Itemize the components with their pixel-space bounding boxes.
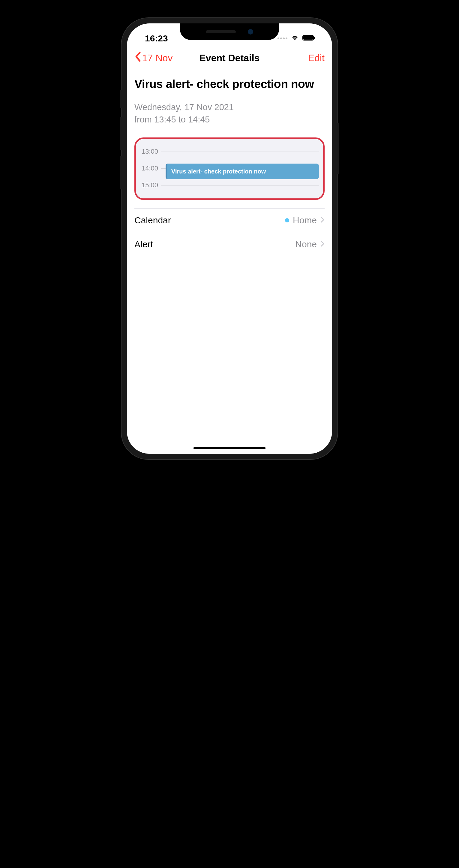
screen: 16:23 17 No: [127, 23, 332, 454]
svg-rect-1: [303, 36, 313, 40]
svg-rect-2: [314, 37, 315, 39]
content: Virus alert- check protection now Wednes…: [127, 78, 332, 256]
edit-button[interactable]: Edit: [308, 53, 325, 64]
alert-value: None: [295, 239, 317, 249]
event-date-line: Wednesday, 17 Nov 2021: [134, 101, 325, 114]
event-time-line: from 13:45 to 14:45: [134, 114, 325, 126]
speaker: [206, 30, 236, 33]
power-button: [337, 123, 339, 174]
phone-frame: 16:23 17 No: [122, 18, 337, 459]
timeline-hour-label: 14:00: [140, 164, 161, 172]
volume-down-button: [120, 156, 122, 189]
nav-bar: 17 Nov Event Details Edit: [127, 48, 332, 68]
chevron-left-icon: [134, 51, 141, 65]
alert-label: Alert: [134, 239, 153, 249]
event-block-label: Virus alert- check protection now: [171, 168, 266, 175]
event-block[interactable]: Virus alert- check protection now: [166, 163, 319, 179]
calendar-value: Home: [293, 215, 317, 225]
calendar-label: Calendar: [134, 215, 171, 225]
back-label: 17 Nov: [142, 53, 172, 64]
calendar-color-dot: [285, 218, 289, 222]
details-list: Calendar Home Alert None: [134, 208, 325, 256]
calendar-value-group: Home: [285, 215, 325, 225]
status-icons: [277, 34, 316, 42]
alert-row[interactable]: Alert None: [134, 232, 325, 256]
battery-icon: [302, 34, 316, 42]
timeline[interactable]: 13:00 14:00 15:00 Virus alert- check pro…: [140, 143, 319, 194]
home-indicator[interactable]: [194, 447, 265, 449]
status-time: 16:23: [145, 33, 168, 43]
cellular-signal-icon: [277, 37, 287, 39]
front-camera: [248, 29, 253, 34]
chevron-right-icon: [320, 216, 325, 224]
alert-value-group: None: [295, 239, 325, 249]
volume-up-button: [120, 117, 122, 150]
event-title: Virus alert- check protection now: [134, 78, 325, 91]
event-date: Wednesday, 17 Nov 2021 from 13:45 to 14:…: [134, 101, 325, 125]
back-button[interactable]: 17 Nov: [134, 51, 172, 65]
timeline-gridline: [161, 152, 319, 152]
timeline-hour-label: 15:00: [140, 181, 161, 189]
notch: [180, 23, 279, 40]
timeline-highlight: 13:00 14:00 15:00 Virus alert- check pro…: [134, 137, 325, 200]
timeline-hour-label: 13:00: [140, 148, 161, 155]
calendar-row[interactable]: Calendar Home: [134, 208, 325, 232]
page-title: Event Details: [199, 53, 260, 64]
wifi-icon: [290, 34, 299, 42]
volume-switch: [120, 90, 122, 108]
chevron-right-icon: [320, 240, 325, 248]
